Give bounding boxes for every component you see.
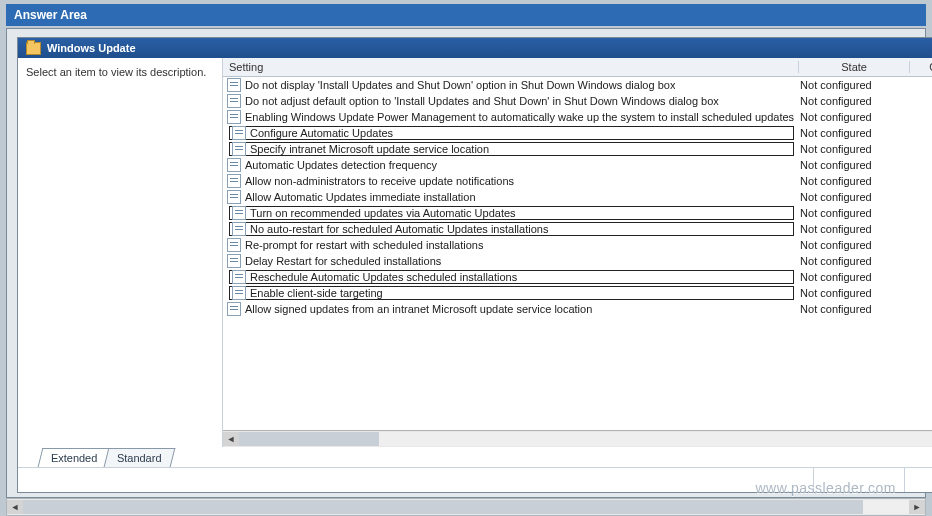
page-horizontal-scrollbar[interactable]: ◄ ► <box>6 498 926 516</box>
policy-icon <box>227 78 241 92</box>
setting-state: Not configured <box>794 159 910 171</box>
policy-icon <box>232 206 246 220</box>
setting-comment: No <box>910 143 932 155</box>
setting-state: Not configured <box>794 95 910 107</box>
table-row[interactable]: Allow Automatic Updates immediate instal… <box>223 189 932 205</box>
table-row[interactable]: Allow signed updates from an intranet Mi… <box>223 301 932 317</box>
policy-icon <box>227 110 241 124</box>
table-row[interactable]: Delay Restart for scheduled installation… <box>223 253 932 269</box>
scroll-thumb[interactable] <box>239 432 379 446</box>
setting-state: Not configured <box>794 191 910 203</box>
setting-comment: No <box>910 95 932 107</box>
policy-icon <box>227 94 241 108</box>
table-row[interactable]: Re-prompt for restart with scheduled ins… <box>223 237 932 253</box>
outer-scroll-pane: Windows Update Select an item to view it… <box>6 28 926 498</box>
policy-icon <box>232 142 246 156</box>
setting-state: Not configured <box>794 287 910 299</box>
setting-name: No auto-restart for scheduled Automatic … <box>250 223 548 235</box>
setting-comment: No <box>910 223 932 235</box>
setting-comment: No <box>910 239 932 251</box>
col-state[interactable]: State <box>799 61 910 73</box>
panel-title-bar: Windows Update <box>18 38 932 58</box>
list-horizontal-scrollbar[interactable]: ◄ ► <box>223 430 932 447</box>
answer-area-title: Answer Area <box>6 4 926 26</box>
table-row[interactable]: Configure Automatic UpdatesNot configure… <box>223 125 932 141</box>
tab-extended[interactable]: Extended <box>38 448 111 467</box>
setting-state: Not configured <box>794 271 910 283</box>
setting-name: Enable client-side targeting <box>250 287 383 299</box>
setting-comment: No <box>910 159 932 171</box>
setting-state: Not configured <box>794 207 910 219</box>
page-scroll-right-icon[interactable]: ► <box>909 500 925 514</box>
policy-icon <box>232 270 246 284</box>
setting-comment: No <box>910 287 932 299</box>
table-row[interactable]: Enabling Windows Update Power Management… <box>223 109 932 125</box>
setting-state: Not configured <box>794 255 910 267</box>
setting-name: Delay Restart for scheduled installation… <box>245 255 441 267</box>
setting-name: Allow Automatic Updates immediate instal… <box>245 191 476 203</box>
tab-standard[interactable]: Standard <box>104 448 175 467</box>
setting-name: Allow non-administrators to receive upda… <box>245 175 514 187</box>
policy-icon <box>232 286 246 300</box>
setting-name: Reschedule Automatic Updates scheduled i… <box>250 271 517 283</box>
view-tabs: Extended Standard <box>18 447 932 467</box>
setting-comment: No <box>910 175 932 187</box>
setting-name: Specify intranet Microsoft update servic… <box>250 143 489 155</box>
policy-icon <box>227 254 241 268</box>
gpo-panel: Windows Update Select an item to view it… <box>17 37 932 493</box>
setting-comment: No <box>910 191 932 203</box>
table-row[interactable]: Allow non-administrators to receive upda… <box>223 173 932 189</box>
settings-list-pane: Setting State Comment Do not display 'In… <box>222 58 932 447</box>
page-scroll-left-icon[interactable]: ◄ <box>7 500 23 514</box>
setting-state: Not configured <box>794 79 910 91</box>
policy-icon <box>227 174 241 188</box>
table-row[interactable]: Turn on recommended updates via Automati… <box>223 205 932 221</box>
page-scroll-thumb[interactable] <box>23 500 863 514</box>
panel-title: Windows Update <box>47 42 136 54</box>
policy-icon <box>227 302 241 316</box>
setting-state: Not configured <box>794 239 910 251</box>
setting-name: Automatic Updates detection frequency <box>245 159 437 171</box>
setting-name: Allow signed updates from an intranet Mi… <box>245 303 592 315</box>
setting-state: Not configured <box>794 111 910 123</box>
folder-icon <box>26 42 41 55</box>
table-row[interactable]: Do not adjust default option to 'Install… <box>223 93 932 109</box>
description-prompt: Select an item to view its description. <box>26 66 206 78</box>
policy-icon <box>232 222 246 236</box>
table-row[interactable]: Automatic Updates detection frequencyNot… <box>223 157 932 173</box>
policy-icon <box>227 238 241 252</box>
col-comment[interactable]: Comment <box>910 61 932 73</box>
column-headers: Setting State Comment <box>223 58 932 77</box>
col-setting[interactable]: Setting <box>223 61 799 73</box>
setting-comment: No <box>910 79 932 91</box>
setting-comment: No <box>910 255 932 267</box>
policy-icon <box>232 126 246 140</box>
setting-name: Do not display 'Install Updates and Shut… <box>245 79 675 91</box>
table-row[interactable]: Reschedule Automatic Updates scheduled i… <box>223 269 932 285</box>
scroll-left-icon[interactable]: ◄ <box>223 432 239 446</box>
setting-comment: No <box>910 111 932 123</box>
setting-name: Re-prompt for restart with scheduled ins… <box>245 239 483 251</box>
setting-comment: No <box>910 271 932 283</box>
policy-icon <box>227 158 241 172</box>
setting-name: Do not adjust default option to 'Install… <box>245 95 719 107</box>
setting-comment: No <box>910 303 932 315</box>
description-pane: Select an item to view its description. <box>18 58 222 447</box>
answer-area-label: Answer Area <box>14 8 87 22</box>
table-row[interactable]: Do not display 'Install Updates and Shut… <box>223 77 932 93</box>
setting-comment: No <box>910 207 932 219</box>
setting-name: Turn on recommended updates via Automati… <box>250 207 516 219</box>
table-row[interactable]: Enable client-side targetingNot configur… <box>223 285 932 301</box>
watermark-text: www.passleader.com <box>755 480 896 496</box>
table-row[interactable]: Specify intranet Microsoft update servic… <box>223 141 932 157</box>
setting-name: Enabling Windows Update Power Management… <box>245 111 794 123</box>
setting-state: Not configured <box>794 175 910 187</box>
setting-name: Configure Automatic Updates <box>250 127 393 139</box>
table-row[interactable]: No auto-restart for scheduled Automatic … <box>223 221 932 237</box>
setting-state: Not configured <box>794 223 910 235</box>
settings-rows: Do not display 'Install Updates and Shut… <box>223 77 932 317</box>
setting-comment: No <box>910 127 932 139</box>
setting-state: Not configured <box>794 127 910 139</box>
setting-state: Not configured <box>794 143 910 155</box>
policy-icon <box>227 190 241 204</box>
